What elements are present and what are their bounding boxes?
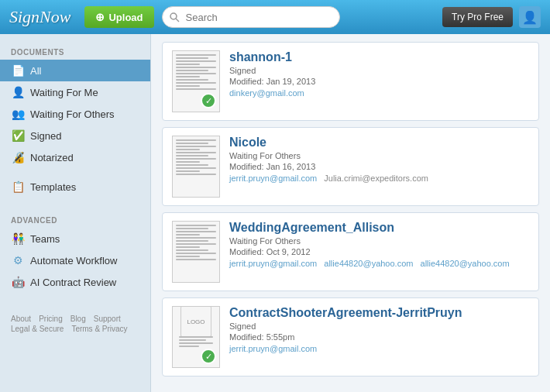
signed-check-icon: ✓ (201, 93, 216, 108)
upload-icon: ⊕ (95, 11, 105, 23)
content-area: ✓ shannon-1 Signed Modified: Jan 19, 201… (151, 34, 550, 392)
signed-icon: ✅ (11, 129, 25, 142)
sidebar-item-templates-label: Templates (30, 181, 76, 193)
doc-thumbnail (172, 221, 220, 283)
documents-section-label: DOCUMENTS (0, 42, 150, 60)
upload-button[interactable]: ⊕ Upload (84, 6, 153, 28)
sidebar-item-templates[interactable]: 📋 Templates (0, 176, 150, 198)
sidebar-item-teams[interactable]: 👫 Teams (0, 228, 150, 249)
document-item[interactable]: LOGO ✓ ContractShooterAgreement-JerritPr… (162, 297, 539, 377)
all-icon: 📄 (11, 64, 25, 77)
doc-status: Signed (229, 66, 529, 75)
document-item[interactable]: Nicole Waiting For Others Modified: Jan … (162, 127, 539, 206)
doc-email: allie44820@yahoo.com (421, 259, 510, 268)
sidebar-item-automate-workflow-label: Automate Workflow (30, 255, 117, 266)
doc-thumbnail: LOGO ✓ (172, 306, 220, 368)
sidebar-item-signed[interactable]: ✅ Signed (0, 125, 150, 146)
try-pro-button[interactable]: Try Pro Free (442, 7, 513, 27)
doc-modified: Modified: Jan 19, 2013 (229, 77, 529, 86)
teams-icon: 👫 (11, 232, 25, 245)
sidebar-item-ai-contract-review[interactable]: 🤖 AI Contract Review (0, 271, 150, 293)
sidebar: DOCUMENTS 📄 All 👤 Waiting For Me 👥 Waiti… (0, 34, 151, 392)
sidebar-item-waiting-for-others[interactable]: 👥 Waiting For Others (0, 103, 150, 125)
doc-logo: LOGO (180, 310, 211, 333)
footer-blog[interactable]: Blog (70, 315, 86, 323)
sidebar-item-all-label: All (30, 65, 41, 77)
doc-info: Nicole Waiting For Others Modified: Jan … (229, 136, 529, 183)
sidebar-item-teams-label: Teams (30, 233, 60, 245)
doc-modified: Modified: Oct 9, 2012 (229, 247, 529, 256)
doc-info: WeddingAgreement_Allison Waiting For Oth… (229, 221, 529, 268)
signed-check-icon: ✓ (201, 349, 216, 364)
doc-emails: jerrit.pruyn@gmail.com (229, 344, 529, 353)
doc-status: Signed (229, 322, 529, 331)
footer-support[interactable]: Support (94, 315, 121, 323)
sidebar-item-waiting-for-me[interactable]: 👤 Waiting For Me (0, 81, 150, 103)
doc-emails: dinkery@gmail.com (229, 88, 529, 98)
doc-info: ContractShooterAgreement-JerritPruyn Sig… (229, 306, 529, 353)
document-item[interactable]: WeddingAgreement_Allison Waiting For Oth… (162, 212, 539, 291)
doc-modified: Modified: Jan 16, 2013 (229, 162, 529, 171)
doc-thumbnail: ✓ (172, 50, 220, 112)
logo: SignNow (9, 7, 70, 27)
avatar[interactable]: 👤 (519, 6, 541, 28)
doc-title: ContractShooterAgreement-JerritPruyn (229, 306, 529, 320)
advanced-section-label: ADVANCED (0, 210, 150, 228)
waiting-for-me-icon: 👤 (11, 86, 25, 98)
doc-email: jerrit.pruyn@gmail.com (229, 344, 317, 353)
upload-label: Upload (108, 12, 143, 23)
doc-title: Nicole (229, 136, 529, 150)
document-item[interactable]: ✓ shannon-1 Signed Modified: Jan 19, 201… (162, 42, 539, 121)
doc-email: Julia.crimi@expeditors.com (324, 174, 428, 183)
header: SignNow ⊕ Upload Try Pro Free 👤 (0, 0, 550, 34)
sidebar-item-waiting-for-others-label: Waiting For Others (30, 108, 115, 120)
doc-email: allie44820@yahoo.com (324, 259, 413, 268)
doc-email: jerrit.pruyn@gmail.com (229, 174, 317, 183)
sidebar-footer: About Pricing Blog Support Legal & Secur… (0, 308, 150, 339)
doc-title: WeddingAgreement_Allison (229, 221, 529, 235)
footer-terms[interactable]: Terms & Privacy (71, 325, 127, 333)
sidebar-item-notarized[interactable]: 🔏 Notarized (0, 146, 150, 168)
waiting-for-others-icon: 👥 (11, 108, 25, 120)
doc-status: Waiting For Others (229, 236, 529, 246)
sidebar-item-notarized-label: Notarized (30, 152, 74, 163)
header-right: Try Pro Free 👤 (442, 6, 541, 28)
doc-thumbnail (172, 136, 220, 198)
templates-icon: 📋 (11, 181, 25, 193)
doc-status: Waiting For Others (229, 151, 529, 160)
sidebar-item-automate-workflow[interactable]: ⚙ Automate Workflow (0, 249, 150, 271)
sidebar-item-signed-label: Signed (30, 130, 61, 142)
footer-about[interactable]: About (11, 315, 31, 323)
sidebar-item-ai-contract-review-label: AI Contract Review (30, 277, 116, 288)
notarized-icon: 🔏 (11, 151, 25, 163)
footer-pricing[interactable]: Pricing (39, 315, 63, 323)
sidebar-item-all[interactable]: 📄 All (0, 60, 150, 81)
doc-email: jerrit.pruyn@gmail.com (229, 259, 317, 268)
footer-legal[interactable]: Legal & Secure (11, 325, 64, 333)
doc-email: dinkery@gmail.com (229, 88, 304, 98)
doc-title: shannon-1 (229, 50, 529, 64)
automate-workflow-icon: ⚙ (11, 254, 25, 266)
doc-modified: Modified: 5:55pm (229, 332, 529, 342)
sidebar-item-waiting-for-me-label: Waiting For Me (30, 87, 98, 98)
doc-emails: jerrit.pruyn@gmail.com allie44820@yahoo.… (229, 259, 529, 268)
ai-contract-review-icon: 🤖 (11, 276, 25, 288)
doc-emails: jerrit.pruyn@gmail.com Julia.crimi@exped… (229, 174, 529, 183)
main-layout: DOCUMENTS 📄 All 👤 Waiting For Me 👥 Waiti… (0, 34, 550, 392)
doc-info: shannon-1 Signed Modified: Jan 19, 2013 … (229, 50, 529, 98)
search-input[interactable] (162, 6, 340, 28)
